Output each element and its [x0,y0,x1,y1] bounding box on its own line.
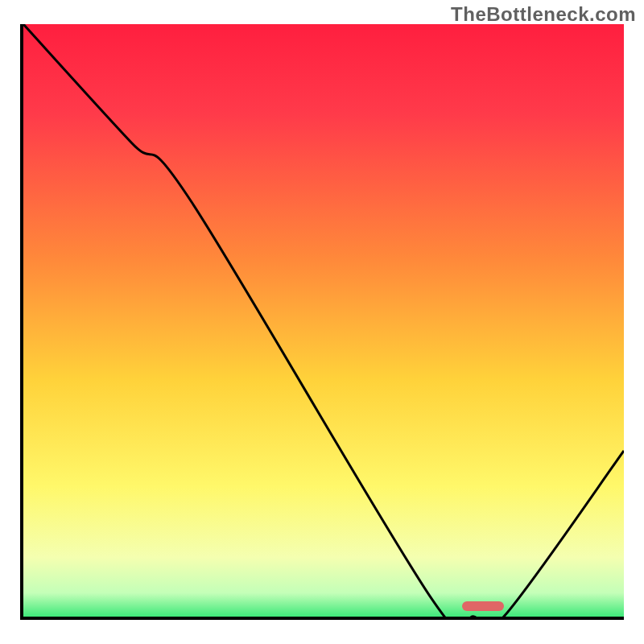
optimal-range-marker [462,601,504,611]
plot-area [20,24,624,620]
watermark-label: TheBottleneck.com [451,3,636,26]
chart-frame: TheBottleneck.com [0,0,644,644]
bottleneck-curve [23,24,624,617]
